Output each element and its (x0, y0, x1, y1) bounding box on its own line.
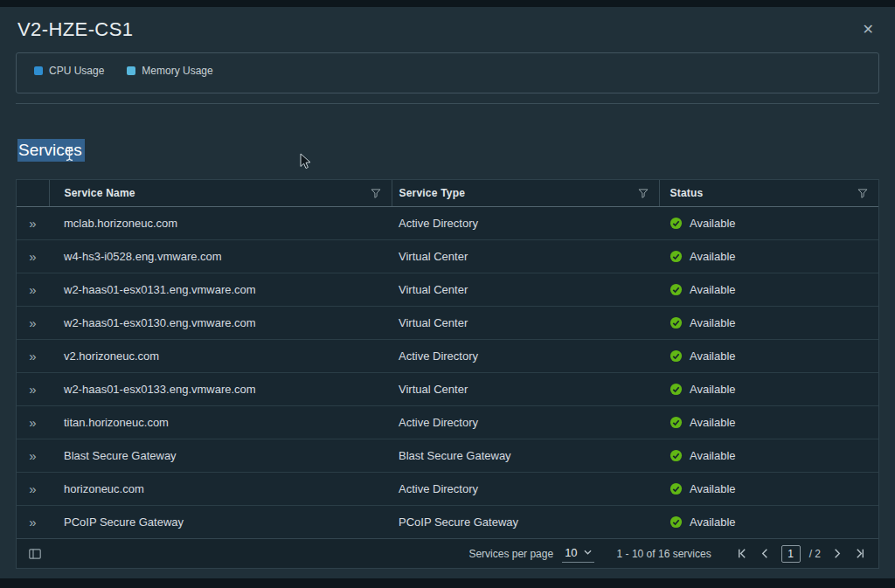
success-check-icon (670, 316, 683, 329)
services-table: Service Name Service Type (17, 180, 878, 538)
dialog-header: V2-HZE-CS1 ✕ (16, 7, 879, 52)
table-row: » w2-haas01-esx0131.eng.vmware.com Virtu… (17, 273, 878, 306)
success-check-icon (670, 283, 683, 296)
table-row: » v2.horizoneuc.com Active Directory Ava… (17, 339, 878, 372)
status-label: Available (690, 449, 736, 462)
legend-item-memory[interactable]: Memory Usage (127, 65, 212, 77)
double-chevron-right-icon: » (29, 415, 36, 430)
row-expand-button[interactable]: » (17, 372, 49, 405)
double-chevron-right-icon: » (29, 315, 36, 330)
first-page-icon[interactable] (734, 546, 749, 561)
row-expand-button[interactable]: » (17, 206, 49, 239)
expander-column-header (17, 180, 49, 206)
service-type-cell: Active Directory (392, 472, 659, 505)
service-status-cell: Available (659, 239, 878, 273)
services-datagrid: Service Name Service Type (16, 179, 879, 569)
table-row: » w2-haas01-esx0133.eng.vmware.com Virtu… (17, 372, 878, 405)
service-type-cell: Active Directory (392, 405, 659, 439)
service-status-cell: Available (659, 339, 878, 372)
service-name-cell: Blast Secure Gateway (49, 439, 392, 472)
per-page-label: Services per page (468, 548, 553, 560)
status-label: Available (690, 349, 736, 363)
row-expand-button[interactable]: » (17, 339, 49, 372)
range-text: 1 - 10 of 16 services (617, 548, 711, 560)
success-check-icon (670, 383, 683, 396)
column-label: Service Type (399, 187, 466, 199)
service-name-cell: w4-hs3-i0528.eng.vmware.com (49, 239, 392, 273)
close-icon[interactable]: ✕ (859, 19, 878, 40)
table-row: » mclab.horizoneuc.com Active Directory … (17, 206, 878, 239)
table-header-row: Service Name Service Type (17, 180, 878, 206)
filter-icon[interactable] (369, 186, 383, 200)
service-status-cell: Available (659, 306, 878, 339)
column-header-status: Status (659, 180, 878, 206)
page-number-input[interactable] (781, 545, 801, 563)
double-chevron-right-icon: » (29, 481, 36, 496)
service-type-cell: Blast Secure Gateway (392, 439, 659, 472)
service-type-cell: Active Directory (392, 339, 659, 372)
cpu-usage-swatch (34, 66, 43, 75)
success-check-icon (670, 449, 683, 462)
success-check-icon (670, 482, 683, 495)
service-name-cell: PCoIP Secure Gateway (49, 505, 392, 538)
row-expand-button[interactable]: » (17, 306, 49, 339)
service-name-cell: w2-haas01-esx0133.eng.vmware.com (49, 372, 392, 405)
row-expand-button[interactable]: » (17, 439, 49, 472)
selected-heading-text: Services (17, 139, 85, 162)
service-status-cell: Available (659, 439, 878, 472)
column-header-service-name: Service Name (49, 180, 392, 206)
service-status-cell: Available (659, 472, 878, 505)
row-expand-button[interactable]: » (17, 505, 49, 538)
status-label: Available (690, 316, 736, 329)
service-type-cell: Virtual Center (392, 306, 659, 339)
pagination: / 2 (734, 545, 868, 563)
double-chevron-right-icon: » (29, 382, 36, 397)
service-status-cell: Available (659, 206, 878, 239)
usage-chart-card: CPU Usage Memory Usage (16, 52, 879, 93)
chevron-down-icon (584, 550, 592, 555)
row-expand-button[interactable]: » (17, 405, 49, 439)
service-type-cell: Virtual Center (392, 273, 659, 306)
column-header-service-type: Service Type (392, 180, 659, 206)
success-check-icon (670, 515, 683, 529)
table-row: » horizoneuc.com Active Directory Availa… (17, 472, 878, 505)
double-chevron-right-icon: » (29, 216, 36, 231)
filter-icon[interactable] (856, 186, 870, 200)
service-status-cell: Available (659, 273, 878, 306)
last-page-icon[interactable] (853, 546, 868, 561)
services-table-body: » mclab.horizoneuc.com Active Directory … (17, 206, 878, 538)
services-heading: Services (17, 141, 879, 160)
legend-label: CPU Usage (49, 65, 104, 77)
status-label: Available (690, 217, 736, 230)
row-expand-button[interactable]: » (17, 273, 49, 306)
per-page-value: 10 (565, 546, 577, 559)
double-chevron-right-icon: » (29, 515, 36, 529)
row-expand-button[interactable]: » (17, 472, 49, 505)
double-chevron-right-icon: » (29, 349, 36, 363)
success-check-icon (670, 416, 683, 429)
column-toggle-icon[interactable] (27, 547, 43, 561)
row-expand-button[interactable]: » (17, 239, 49, 273)
service-name-cell: w2-haas01-esx0131.eng.vmware.com (49, 273, 392, 306)
legend-item-cpu[interactable]: CPU Usage (34, 65, 104, 77)
success-check-icon (670, 349, 683, 363)
datagrid-footer: Services per page 10 1 - 10 of 16 servic… (17, 538, 878, 568)
status-label: Available (690, 283, 736, 296)
service-type-cell: Virtual Center (392, 239, 659, 273)
filter-icon[interactable] (636, 186, 650, 200)
service-status-cell: Available (659, 372, 878, 405)
previous-page-icon[interactable] (758, 546, 773, 561)
success-check-icon (670, 250, 683, 263)
service-status-cell: Available (659, 505, 878, 538)
service-name-cell: mclab.horizoneuc.com (49, 206, 392, 239)
double-chevron-right-icon: » (29, 249, 36, 264)
per-page-select[interactable]: 10 (562, 545, 593, 563)
dialog-title: V2-HZE-CS1 (17, 18, 133, 41)
next-page-icon[interactable] (829, 546, 844, 561)
column-label: Service Name (65, 187, 135, 199)
service-name-cell: w2-haas01-esx0130.eng.vmware.com (49, 306, 392, 339)
service-name-cell: titan.horizoneuc.com (49, 405, 392, 439)
per-page-control: Services per page 10 (468, 545, 593, 563)
service-type-cell: Active Directory (392, 206, 659, 239)
service-name-cell: horizoneuc.com (49, 472, 392, 505)
